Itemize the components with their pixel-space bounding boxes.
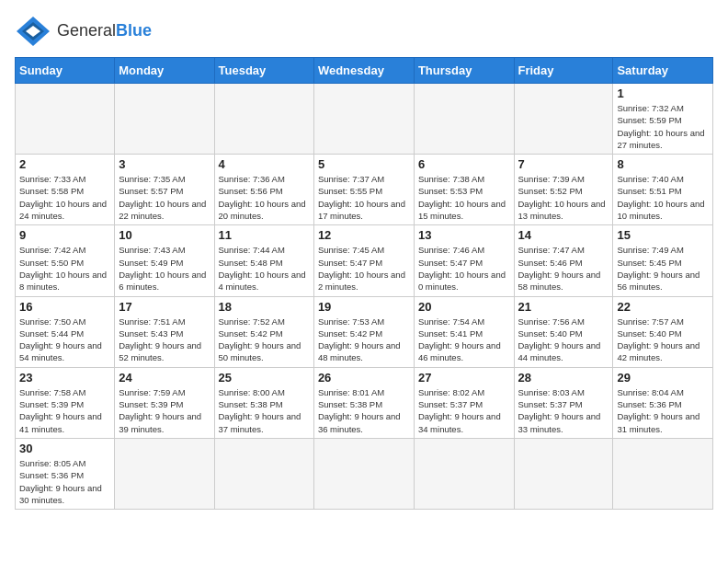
calendar-table: SundayMondayTuesdayWednesdayThursdayFrid… xyxy=(15,57,713,510)
day-number: 12 xyxy=(318,228,410,242)
day-number: 3 xyxy=(119,157,210,171)
calendar-cell: 8Sunrise: 7:40 AM Sunset: 5:51 PM Daylig… xyxy=(613,155,713,225)
calendar-cell: 6Sunrise: 7:38 AM Sunset: 5:53 PM Daylig… xyxy=(414,155,514,225)
day-number: 20 xyxy=(418,300,510,314)
calendar-cell: 13Sunrise: 7:46 AM Sunset: 5:47 PM Dayli… xyxy=(414,225,514,296)
day-number: 7 xyxy=(518,157,609,171)
day-number: 19 xyxy=(318,300,410,314)
day-info: Sunrise: 7:57 AM Sunset: 5:40 PM Dayligh… xyxy=(617,316,709,364)
day-number: 2 xyxy=(19,157,110,171)
day-info: Sunrise: 7:36 AM Sunset: 5:56 PM Dayligh… xyxy=(219,173,310,222)
day-number: 21 xyxy=(518,300,609,314)
day-info: Sunrise: 7:45 AM Sunset: 5:47 PM Dayligh… xyxy=(318,244,410,293)
calendar-cell: 5Sunrise: 7:37 AM Sunset: 5:55 PM Daylig… xyxy=(313,155,414,225)
day-info: Sunrise: 7:33 AM Sunset: 5:58 PM Dayligh… xyxy=(19,173,110,222)
day-info: Sunrise: 8:02 AM Sunset: 5:37 PM Dayligh… xyxy=(418,386,510,435)
day-info: Sunrise: 8:01 AM Sunset: 5:38 PM Dayligh… xyxy=(318,386,410,435)
day-info: Sunrise: 7:35 AM Sunset: 5:57 PM Dayligh… xyxy=(119,173,210,222)
calendar-cell: 29Sunrise: 8:04 AM Sunset: 5:36 PM Dayli… xyxy=(613,367,713,438)
day-info: Sunrise: 8:00 AM Sunset: 5:38 PM Dayligh… xyxy=(219,386,310,435)
header-monday: Monday xyxy=(115,58,214,84)
calendar-cell: 22Sunrise: 7:57 AM Sunset: 5:40 PM Dayli… xyxy=(613,296,713,367)
day-info: Sunrise: 7:37 AM Sunset: 5:55 PM Dayligh… xyxy=(318,173,410,222)
day-number: 28 xyxy=(518,371,609,385)
calendar-cell: 28Sunrise: 8:03 AM Sunset: 5:37 PM Dayli… xyxy=(514,367,613,438)
logo: GeneralBlue xyxy=(15,15,152,48)
day-number: 14 xyxy=(518,228,609,242)
day-number: 9 xyxy=(19,228,110,242)
calendar-cell xyxy=(414,84,514,155)
calendar-cell: 23Sunrise: 7:58 AM Sunset: 5:39 PM Dayli… xyxy=(16,367,115,438)
calendar-cell xyxy=(313,438,414,509)
day-number: 8 xyxy=(617,157,709,171)
logo-icon xyxy=(15,15,51,48)
day-info: Sunrise: 7:50 AM Sunset: 5:44 PM Dayligh… xyxy=(19,316,110,364)
day-number: 26 xyxy=(318,371,410,385)
day-number: 27 xyxy=(418,371,510,385)
calendar-cell xyxy=(414,438,514,509)
calendar-cell xyxy=(16,84,115,155)
calendar-cell: 17Sunrise: 7:51 AM Sunset: 5:43 PM Dayli… xyxy=(115,296,214,367)
calendar-cell xyxy=(313,84,414,155)
day-number: 10 xyxy=(119,228,210,242)
day-number: 23 xyxy=(19,371,110,385)
day-number: 4 xyxy=(219,157,310,171)
day-number: 30 xyxy=(19,442,110,455)
day-number: 13 xyxy=(418,228,510,242)
day-number: 15 xyxy=(617,228,709,242)
header-sunday: Sunday xyxy=(16,58,115,84)
calendar-cell xyxy=(214,84,313,155)
calendar-cell: 12Sunrise: 7:45 AM Sunset: 5:47 PM Dayli… xyxy=(313,225,414,296)
calendar-cell xyxy=(514,438,613,509)
week-row-6: 30Sunrise: 8:05 AM Sunset: 5:36 PM Dayli… xyxy=(16,438,713,509)
calendar-cell: 16Sunrise: 7:50 AM Sunset: 5:44 PM Dayli… xyxy=(16,296,115,367)
day-info: Sunrise: 7:38 AM Sunset: 5:53 PM Dayligh… xyxy=(418,173,510,222)
week-row-5: 23Sunrise: 7:58 AM Sunset: 5:39 PM Dayli… xyxy=(16,367,713,438)
day-info: Sunrise: 7:59 AM Sunset: 5:39 PM Dayligh… xyxy=(119,386,210,435)
header-wednesday: Wednesday xyxy=(313,58,414,84)
header-friday: Friday xyxy=(514,58,613,84)
calendar-cell: 9Sunrise: 7:42 AM Sunset: 5:50 PM Daylig… xyxy=(16,225,115,296)
day-number: 22 xyxy=(617,300,709,314)
day-info: Sunrise: 7:54 AM Sunset: 5:41 PM Dayligh… xyxy=(418,316,510,364)
day-info: Sunrise: 7:56 AM Sunset: 5:40 PM Dayligh… xyxy=(518,316,609,364)
day-number: 11 xyxy=(219,228,310,242)
day-info: Sunrise: 7:52 AM Sunset: 5:42 PM Dayligh… xyxy=(219,316,310,364)
calendar-cell xyxy=(613,438,713,509)
header-saturday: Saturday xyxy=(613,58,713,84)
calendar-cell: 21Sunrise: 7:56 AM Sunset: 5:40 PM Dayli… xyxy=(514,296,613,367)
day-number: 1 xyxy=(617,86,709,100)
day-info: Sunrise: 7:32 AM Sunset: 5:59 PM Dayligh… xyxy=(617,102,709,151)
calendar-cell xyxy=(214,438,313,509)
day-number: 25 xyxy=(219,371,310,385)
day-info: Sunrise: 7:40 AM Sunset: 5:51 PM Dayligh… xyxy=(617,173,709,222)
calendar-cell: 30Sunrise: 8:05 AM Sunset: 5:36 PM Dayli… xyxy=(16,438,115,509)
calendar-cell xyxy=(115,438,214,509)
week-row-2: 2Sunrise: 7:33 AM Sunset: 5:58 PM Daylig… xyxy=(16,155,713,225)
logo-blue-text: Blue xyxy=(116,21,152,40)
calendar-cell: 2Sunrise: 7:33 AM Sunset: 5:58 PM Daylig… xyxy=(16,155,115,225)
calendar-cell: 19Sunrise: 7:53 AM Sunset: 5:42 PM Dayli… xyxy=(313,296,414,367)
day-info: Sunrise: 7:43 AM Sunset: 5:49 PM Dayligh… xyxy=(119,244,210,293)
calendar-header-row: SundayMondayTuesdayWednesdayThursdayFrid… xyxy=(16,58,713,84)
day-info: Sunrise: 7:53 AM Sunset: 5:42 PM Dayligh… xyxy=(318,316,410,364)
calendar-cell: 1Sunrise: 7:32 AM Sunset: 5:59 PM Daylig… xyxy=(613,84,713,155)
day-info: Sunrise: 7:47 AM Sunset: 5:46 PM Dayligh… xyxy=(518,244,609,293)
calendar-cell: 18Sunrise: 7:52 AM Sunset: 5:42 PM Dayli… xyxy=(214,296,313,367)
calendar-cell: 25Sunrise: 8:00 AM Sunset: 5:38 PM Dayli… xyxy=(214,367,313,438)
day-info: Sunrise: 8:04 AM Sunset: 5:36 PM Dayligh… xyxy=(617,386,709,435)
day-number: 17 xyxy=(119,300,210,314)
day-number: 16 xyxy=(19,300,110,314)
header-thursday: Thursday xyxy=(414,58,514,84)
day-info: Sunrise: 7:44 AM Sunset: 5:48 PM Dayligh… xyxy=(219,244,310,293)
calendar-cell: 27Sunrise: 8:02 AM Sunset: 5:37 PM Dayli… xyxy=(414,367,514,438)
day-info: Sunrise: 7:49 AM Sunset: 5:45 PM Dayligh… xyxy=(617,244,709,293)
day-info: Sunrise: 8:03 AM Sunset: 5:37 PM Dayligh… xyxy=(518,386,609,435)
calendar-cell: 4Sunrise: 7:36 AM Sunset: 5:56 PM Daylig… xyxy=(214,155,313,225)
header-tuesday: Tuesday xyxy=(214,58,313,84)
calendar-cell xyxy=(514,84,613,155)
calendar-cell xyxy=(115,84,214,155)
week-row-3: 9Sunrise: 7:42 AM Sunset: 5:50 PM Daylig… xyxy=(16,225,713,296)
day-number: 24 xyxy=(119,371,210,385)
day-info: Sunrise: 7:58 AM Sunset: 5:39 PM Dayligh… xyxy=(19,386,110,435)
